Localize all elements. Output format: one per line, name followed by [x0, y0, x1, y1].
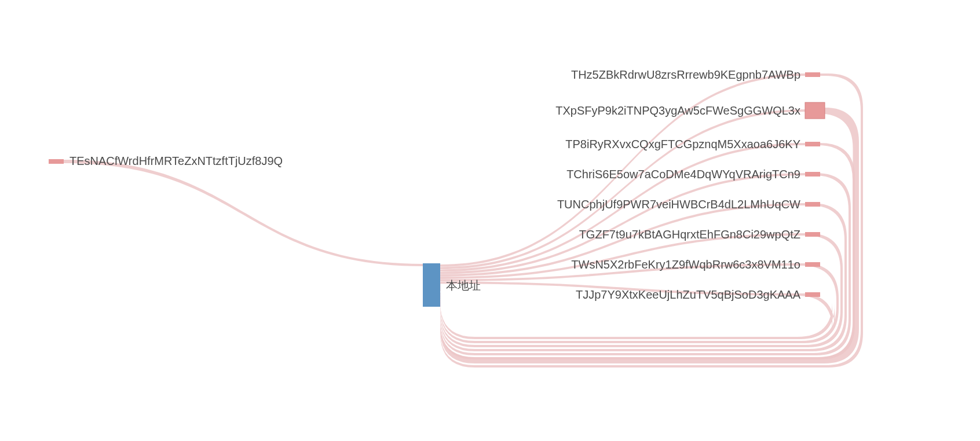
node-right-6[interactable] [805, 262, 820, 267]
node-right-7-label: TJJp7Y9XtxKeeUjLhZuTV5qBjSoD3gKAAA [576, 288, 801, 301]
flow-out-R1 [440, 109, 805, 269]
node-left-0-label: TEsNACfWrdHfrMRTeZxNTtzftTjUzf8J9Q [70, 155, 283, 167]
node-right-4[interactable] [805, 202, 820, 207]
node-right-2-label: TP8iRyRXvxCQxgFTCGpznqM5Xxaoa6J6KY [565, 138, 800, 150]
node-left-0[interactable] [49, 159, 64, 164]
node-right-3[interactable] [805, 172, 820, 177]
flow-return-R4 [440, 203, 847, 351]
node-right-1-label: TXpSFyP9k2iTNPQ3ygAw5cFWeSgGGWQL3x [555, 104, 800, 117]
node-center[interactable] [423, 263, 440, 307]
node-right-2[interactable] [805, 142, 820, 146]
flow-return-R0 [440, 74, 863, 368]
node-right-6-label: TWsN5X2rbFeKry1Z9fWqbRrw6c3x8VM11o [571, 258, 800, 271]
node-right-0[interactable] [805, 72, 820, 77]
sankey-diagram: TEsNACfWrdHfrMRTeZxNTtzftTjUzf8J9QTHz5ZB… [0, 0, 980, 441]
node-center-label: 本地址 [446, 279, 481, 292]
node-right-7[interactable] [805, 292, 820, 297]
sankey-links [64, 74, 863, 368]
flow-left-to-center [64, 160, 423, 266]
node-right-1[interactable] [805, 102, 825, 119]
node-right-5[interactable] [805, 232, 820, 237]
node-right-4-label: TUNCphjUf9PWR7veiHWBCrB4dL2LMhUqCW [557, 198, 800, 211]
node-right-0-label: THz5ZBkRdrwU8zrsRrrewb9KEgpnb7AWBp [571, 68, 800, 81]
node-right-5-label: TGZF7t9u7kBtAGHqrxtEhFGn8Ci29wpQtZ [579, 228, 800, 241]
node-right-3-label: TChriS6E5ow7aCoDMe4DqWYqVRArigTCn9 [566, 168, 800, 181]
